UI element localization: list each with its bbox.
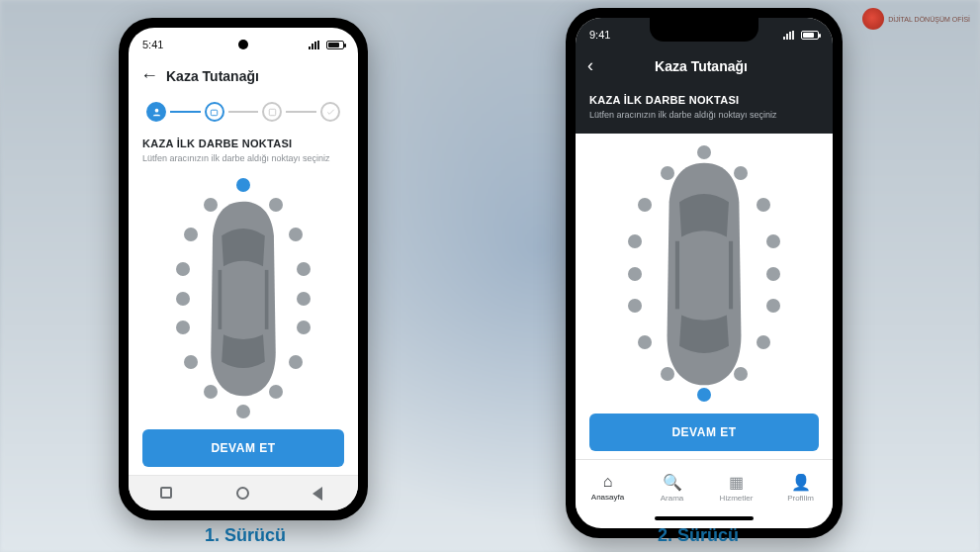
- tab-bar: ⌂Anasayfa🔍Arama▦Hizmetler👤Profilim: [576, 459, 833, 514]
- impact-point-front-left-2[interactable]: [638, 198, 652, 212]
- impact-point-rear-right-2[interactable]: [757, 335, 770, 349]
- impact-point-rear-left-2[interactable]: [638, 335, 652, 349]
- back-button[interactable]: [312, 487, 326, 501]
- step-connector: [228, 111, 259, 113]
- title-bar: ‹ Kaza Tutanağı: [576, 51, 833, 84]
- impact-point-front-right-2[interactable]: [289, 228, 303, 241]
- step-2[interactable]: [205, 102, 224, 122]
- impact-selector: [589, 141, 819, 406]
- impact-point-rear-left-2[interactable]: [184, 355, 198, 369]
- impact-point-right-1[interactable]: [766, 234, 780, 248]
- android-nav-bar: [129, 475, 358, 510]
- tab-label: Anasayfa: [591, 493, 624, 502]
- impact-point-front-center[interactable]: [236, 178, 250, 192]
- continue-button[interactable]: DEVAM ET: [142, 429, 344, 467]
- step-connector: [286, 111, 316, 113]
- impact-point-left-2[interactable]: [628, 267, 642, 281]
- tab-label: Profilim: [787, 494, 814, 503]
- impact-point-rear-right-1[interactable]: [734, 367, 748, 381]
- step-connector: [170, 111, 201, 113]
- car-icon: [653, 160, 756, 388]
- page-title: Kaza Tutanağı: [601, 58, 801, 74]
- back-icon[interactable]: ‹: [587, 55, 593, 76]
- impact-point-rear-right-1[interactable]: [269, 385, 283, 399]
- impact-point-rear-center[interactable]: [697, 388, 711, 402]
- battery-icon: [326, 41, 344, 49]
- impact-point-front-center[interactable]: [697, 145, 711, 159]
- impact-point-rear-center[interactable]: [236, 405, 250, 418]
- impact-point-right-3[interactable]: [766, 299, 780, 313]
- signal-icon: [309, 41, 322, 49]
- tab-arama[interactable]: 🔍Arama: [640, 473, 704, 503]
- section-subtitle: Lütfen aracınızın ilk darbe aldığı nokta…: [142, 153, 344, 163]
- impact-point-rear-left-1[interactable]: [661, 367, 674, 381]
- caption-driver-2: 2. Sürücü: [560, 525, 837, 546]
- impact-point-left-1[interactable]: [176, 262, 190, 276]
- tab-anasayfa[interactable]: ⌂Anasayfa: [576, 473, 640, 502]
- page-title: Kaza Tutanağı: [166, 68, 346, 84]
- tab-label: Arama: [661, 494, 684, 503]
- impact-point-front-right-2[interactable]: [757, 198, 770, 212]
- recent-apps-button[interactable]: [160, 487, 174, 501]
- section-subtitle: Lütfen aracınızın ilk darbe aldığı nokta…: [589, 110, 819, 120]
- battery-icon: [801, 31, 819, 40]
- impact-point-left-3[interactable]: [628, 299, 642, 313]
- tab-label: Hizmetler: [720, 494, 754, 503]
- status-time: 5:41: [142, 39, 163, 50]
- status-time: 9:41: [589, 29, 610, 41]
- home-button[interactable]: [236, 487, 250, 501]
- phone-android: 5:41 ← Kaza Tutanağı: [119, 18, 368, 520]
- impact-point-rear-right-2[interactable]: [289, 355, 303, 369]
- impact-point-front-right-1[interactable]: [269, 198, 283, 212]
- tab-icon: 👤: [768, 473, 833, 492]
- impact-point-front-left-1[interactable]: [661, 166, 674, 180]
- section-title: KAZA İLK DARBE NOKTASI: [142, 138, 344, 149]
- svg-rect-2: [269, 109, 275, 115]
- tab-icon: ⌂: [576, 473, 640, 491]
- signal-icon: [783, 31, 797, 40]
- camera-punch-hole: [238, 40, 248, 49]
- impact-point-front-left-2[interactable]: [184, 228, 198, 241]
- tab-hizmetler[interactable]: ▦Hizmetler: [704, 473, 768, 503]
- impact-point-left-1[interactable]: [628, 234, 642, 248]
- impact-selector: [142, 175, 344, 421]
- step-3[interactable]: [262, 102, 282, 122]
- title-bar: ← Kaza Tutanağı: [129, 61, 358, 94]
- impact-point-left-2[interactable]: [176, 292, 190, 306]
- step-4[interactable]: [320, 102, 340, 122]
- notch: [650, 18, 758, 42]
- tab-profilim[interactable]: 👤Profilim: [768, 473, 833, 503]
- progress-stepper: [129, 94, 358, 128]
- impact-point-right-2[interactable]: [766, 267, 780, 281]
- svg-rect-1: [211, 110, 217, 116]
- phone-ios: 9:41 ‹ Kaza Tutanağı KAZA İLK DARBE NOKT…: [566, 8, 843, 538]
- car-icon: [198, 200, 289, 398]
- impact-point-right-3[interactable]: [297, 321, 311, 334]
- back-icon[interactable]: ←: [140, 65, 158, 86]
- impact-point-left-3[interactable]: [176, 321, 190, 334]
- section-title: KAZA İLK DARBE NOKTASI: [589, 94, 819, 106]
- caption-driver-1: 1. Sürücü: [107, 525, 384, 546]
- svg-point-0: [154, 108, 158, 112]
- tab-icon: ▦: [704, 473, 768, 492]
- step-1[interactable]: [146, 102, 166, 122]
- impact-point-right-2[interactable]: [297, 292, 311, 306]
- impact-point-right-1[interactable]: [297, 262, 311, 276]
- tab-icon: 🔍: [640, 473, 704, 492]
- continue-button[interactable]: DEVAM ET: [589, 414, 819, 451]
